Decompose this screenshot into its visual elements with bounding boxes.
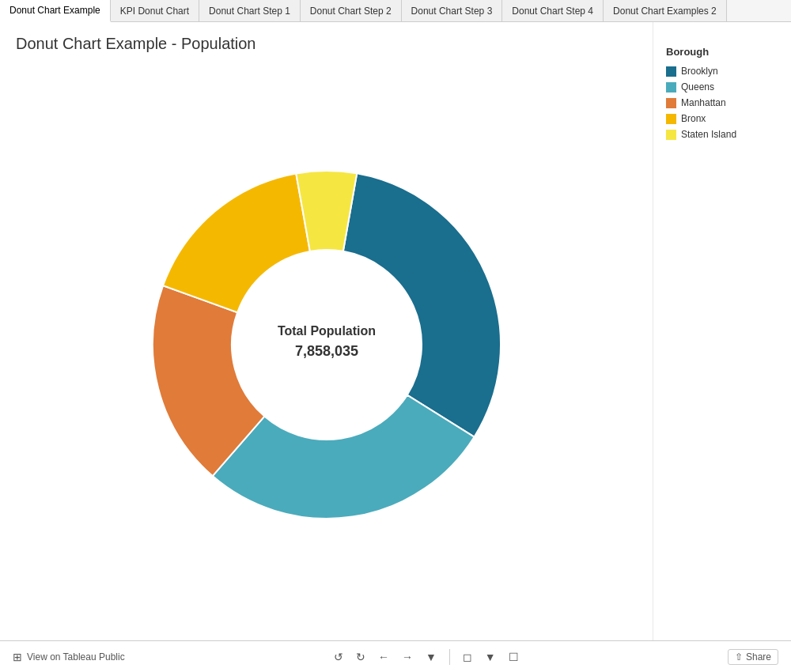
forward-dropdown[interactable]: ▼ (422, 649, 440, 665)
center-value: 7,858,035 (294, 343, 358, 359)
device-button[interactable]: ◻ (460, 649, 475, 665)
tab-donut-chart-step-4[interactable]: Donut Chart Step 4 (502, 0, 604, 21)
bottom-center-controls: ↺ ↻ ← → ▼ ◻ ▼ ☐ (331, 649, 522, 665)
tab-donut-chart-step-3[interactable]: Donut Chart Step 3 (402, 0, 503, 21)
share-icon: ⇧ (735, 651, 743, 663)
tab-donut-chart-step-1[interactable]: Donut Chart Step 1 (199, 0, 301, 21)
main-content: Donut Chart Example - Population Total P… (0, 22, 791, 640)
legend-item-staten-island: Staten Island (666, 129, 778, 140)
tab-donut-chart-examples-2[interactable]: Donut Chart Examples 2 (604, 0, 727, 21)
center-label: Total Population (277, 324, 375, 338)
donut-segment-brooklyn[interactable] (343, 173, 500, 436)
legend-item-label: Brooklyn (681, 66, 718, 77)
page-title: Donut Chart Example - Population (16, 35, 637, 53)
legend-item-label: Manhattan (681, 97, 726, 108)
share-button[interactable]: ⇧ Share (728, 649, 778, 665)
tableau-public-link[interactable]: ⊞ View on Tableau Public (13, 651, 125, 663)
bottom-right-controls: ⇧ Share (728, 649, 778, 665)
bottom-toolbar: ⊞ View on Tableau Public ↺ ↻ ← → ▼ ◻ ▼ ☐… (0, 640, 791, 672)
donut-chart-svg: Total Population 7,858,035 (121, 139, 532, 550)
donut-segment-bronx[interactable] (163, 173, 310, 312)
forward-button[interactable]: → (399, 649, 416, 665)
legend-color-swatch (666, 66, 676, 77)
legend-item-label: Bronx (681, 113, 706, 124)
share-label: Share (746, 651, 771, 663)
legend-color-swatch (666, 130, 676, 140)
legend-color-swatch (666, 114, 676, 124)
tab-donut-chart-example[interactable]: Donut Chart Example (0, 0, 111, 22)
tab-kpi-donut-chart[interactable]: KPI Donut Chart (111, 0, 199, 21)
legend-panel: Borough Brooklyn Queens Manhattan Bronx … (653, 22, 791, 640)
tableau-label: View on Tableau Public (27, 651, 125, 663)
legend-item-label: Staten Island (681, 129, 736, 140)
fullscreen-button[interactable]: ☐ (505, 649, 522, 665)
legend-color-swatch (666, 82, 676, 92)
chart-area: Donut Chart Example - Population Total P… (0, 22, 653, 640)
divider (449, 649, 450, 665)
legend-item-label: Queens (681, 81, 714, 92)
redo-button[interactable]: ↻ (353, 649, 369, 665)
undo-button[interactable]: ↺ (331, 649, 346, 665)
legend-color-swatch (666, 98, 676, 108)
legend-item-brooklyn: Brooklyn (666, 66, 778, 77)
chart-container: Total Population 7,858,035 (16, 61, 637, 628)
tab-donut-chart-step-2[interactable]: Donut Chart Step 2 (301, 0, 402, 21)
legend-title: Borough (666, 46, 778, 58)
tab-bar: Donut Chart ExampleKPI Donut ChartDonut … (0, 0, 791, 22)
back-button[interactable]: ← (375, 649, 392, 665)
legend-item-queens: Queens (666, 81, 778, 92)
legend-item-bronx: Bronx (666, 113, 778, 124)
legend-items: Brooklyn Queens Manhattan Bronx Staten I… (666, 66, 778, 140)
device-dropdown[interactable]: ▼ (482, 649, 499, 665)
tableau-icon: ⊞ (13, 651, 22, 663)
legend-item-manhattan: Manhattan (666, 97, 778, 108)
